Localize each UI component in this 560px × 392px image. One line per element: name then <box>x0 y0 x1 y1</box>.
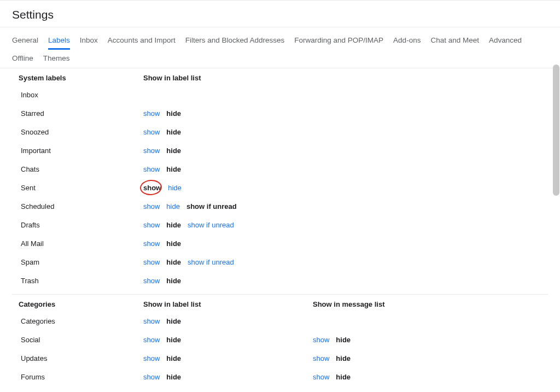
category-label-list-options-social: showhide <box>143 336 313 344</box>
categories-heading: Categories <box>0 300 143 308</box>
forums-labellist-show-option[interactable]: show <box>143 373 160 381</box>
label-list-options-sent: showhide <box>143 184 313 192</box>
social-msglist-show-option[interactable]: show <box>313 336 329 344</box>
starred-show-option[interactable]: show <box>143 109 160 118</box>
all-mail-show-option[interactable]: show <box>143 239 160 248</box>
category-row-promotions: Promotionsshowhideshowhide <box>0 386 560 392</box>
category-row-forums: Forumsshowhideshowhide <box>0 367 560 386</box>
all-mail-hide-option[interactable]: hide <box>166 239 181 248</box>
social-labellist-show-option[interactable]: show <box>143 336 160 344</box>
tab-filters-and-blocked-addresses[interactable]: Filters and Blocked Addresses <box>185 32 285 50</box>
category-message-list-options-social: showhide <box>313 336 351 344</box>
show-in-message-list-heading: Show in message list <box>313 300 560 308</box>
label-row-important: Importantshowhide <box>0 141 560 160</box>
starred-hide-option[interactable]: hide <box>166 109 181 118</box>
tab-chat-and-meet[interactable]: Chat and Meet <box>430 32 479 50</box>
label-list-options-trash: showhide <box>143 277 313 285</box>
label-name-important: Important <box>0 147 143 155</box>
label-name-inbox: Inbox <box>0 91 143 99</box>
scheduled-show-if-unread-option[interactable]: show if unread <box>186 202 237 210</box>
categories-list: CategoriesshowhideSocialshowhideshowhide… <box>0 312 560 392</box>
category-message-list-options-forums: showhide <box>313 373 351 381</box>
drafts-show-option[interactable]: show <box>143 221 160 229</box>
tab-themes[interactable]: Themes <box>43 50 70 68</box>
categories-header-row: Categories Show in label list Show in me… <box>0 295 560 312</box>
chats-show-option[interactable]: show <box>143 165 160 173</box>
category-row-social: Socialshowhideshowhide <box>0 330 560 349</box>
chats-hide-option[interactable]: hide <box>166 165 181 173</box>
tab-labels[interactable]: Labels <box>48 32 70 50</box>
sent-show-option[interactable]: show <box>143 184 161 192</box>
forums-msglist-hide-option[interactable]: hide <box>336 373 351 381</box>
label-name-starred: Starred <box>0 109 143 118</box>
label-name-chats: Chats <box>0 165 143 173</box>
spam-show-option[interactable]: show <box>143 258 160 266</box>
forums-msglist-show-option[interactable]: show <box>313 373 329 381</box>
drafts-show-if-unread-option[interactable]: show if unread <box>188 221 234 229</box>
label-row-starred: Starredshowhide <box>0 104 560 122</box>
settings-tabs: GeneralLabelsInboxAccounts and ImportFil… <box>0 27 560 68</box>
label-row-sent: Sentshowhide <box>0 178 560 197</box>
label-row-all-mail: All Mailshowhide <box>0 234 560 253</box>
important-hide-option[interactable]: hide <box>166 147 181 155</box>
tab-offline[interactable]: Offline <box>12 50 33 68</box>
system-labels-list: InboxStarredshowhideSnoozedshowhideImpor… <box>0 85 560 290</box>
label-list-options-important: showhide <box>143 147 313 155</box>
category-label-list-options-updates: showhide <box>143 354 313 362</box>
label-list-options-scheduled: showhideshow if unread <box>143 202 313 210</box>
scheduled-show-option[interactable]: show <box>143 202 160 210</box>
snoozed-show-option[interactable]: show <box>143 128 160 136</box>
settings-header: Settings <box>0 0 560 27</box>
label-row-inbox: Inbox <box>0 85 560 104</box>
scrollbar-thumb[interactable] <box>553 65 559 196</box>
show-in-label-list-heading: Show in label list <box>143 74 313 82</box>
categories-labellist-show-option[interactable]: show <box>143 317 160 325</box>
category-label-list-options-forums: showhide <box>143 373 313 381</box>
label-name-spam: Spam <box>0 258 143 266</box>
categories-labellist-hide-option[interactable]: hide <box>166 317 181 325</box>
spam-hide-option[interactable]: hide <box>166 258 181 266</box>
label-row-chats: Chatsshowhide <box>0 160 560 178</box>
tab-accounts-and-import[interactable]: Accounts and Import <box>108 32 176 50</box>
page-title: Settings <box>12 8 548 21</box>
updates-labellist-hide-option[interactable]: hide <box>166 354 181 362</box>
label-list-options-starred: showhide <box>143 109 313 118</box>
label-row-drafts: Draftsshowhideshow if unread <box>0 215 560 234</box>
tab-add-ons[interactable]: Add-ons <box>393 32 421 50</box>
scheduled-hide-option[interactable]: hide <box>166 202 180 210</box>
social-labellist-hide-option[interactable]: hide <box>166 336 181 344</box>
snoozed-hide-option[interactable]: hide <box>166 128 181 136</box>
tab-general[interactable]: General <box>12 32 38 50</box>
updates-labellist-show-option[interactable]: show <box>143 354 160 362</box>
label-row-scheduled: Scheduledshowhideshow if unread <box>0 197 560 215</box>
drafts-hide-option[interactable]: hide <box>166 221 181 229</box>
label-list-options-snoozed: showhide <box>143 128 313 136</box>
sent-hide-option[interactable]: hide <box>168 184 182 192</box>
category-row-categories: Categoriesshowhide <box>0 312 560 330</box>
category-label-list-options-categories: showhide <box>143 317 313 325</box>
tab-forwarding-and-pop-imap[interactable]: Forwarding and POP/IMAP <box>294 32 383 50</box>
label-row-snoozed: Snoozedshowhide <box>0 122 560 141</box>
updates-msglist-show-option[interactable]: show <box>313 354 329 362</box>
label-name-trash: Trash <box>0 277 143 285</box>
label-list-options-spam: showhideshow if unread <box>143 258 313 266</box>
tab-advanced[interactable]: Advanced <box>489 32 522 50</box>
category-name-social: Social <box>0 336 143 344</box>
category-name-forums: Forums <box>0 373 143 381</box>
settings-content: System labels Show in label list InboxSt… <box>0 68 560 392</box>
updates-msglist-hide-option[interactable]: hide <box>336 354 351 362</box>
social-msglist-hide-option[interactable]: hide <box>336 336 351 344</box>
label-row-trash: Trashshowhide <box>0 271 560 290</box>
label-row-spam: Spamshowhideshow if unread <box>0 253 560 271</box>
system-labels-header-row: System labels Show in label list <box>0 68 560 85</box>
trash-show-option[interactable]: show <box>143 277 160 285</box>
forums-labellist-hide-option[interactable]: hide <box>166 373 181 381</box>
spam-show-if-unread-option[interactable]: show if unread <box>188 258 234 266</box>
label-name-drafts: Drafts <box>0 221 143 229</box>
trash-hide-option[interactable]: hide <box>166 277 181 285</box>
category-row-updates: Updatesshowhideshowhide <box>0 349 560 367</box>
show-in-label-list-heading-2: Show in label list <box>143 300 313 308</box>
tab-inbox[interactable]: Inbox <box>80 32 98 50</box>
important-show-option[interactable]: show <box>143 147 160 155</box>
label-name-sent: Sent <box>0 184 143 192</box>
